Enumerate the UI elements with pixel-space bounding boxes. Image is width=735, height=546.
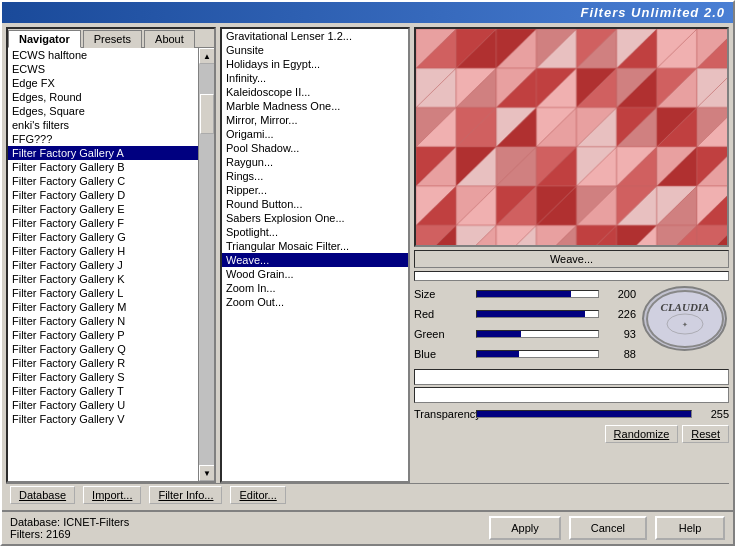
tabs-bar: Navigator Presets About bbox=[8, 29, 214, 48]
middle-panel: Gravitational Lenser 1.2... Gunsite Holi… bbox=[220, 27, 410, 483]
claudia-logo: CLAUDIA ✦ bbox=[642, 286, 727, 351]
sublist-item[interactable]: Gravitational Lenser 1.2... bbox=[222, 29, 408, 43]
list-item[interactable]: Filter Factory Gallery E bbox=[8, 202, 198, 216]
list-item[interactable]: Filter Factory Gallery M bbox=[8, 300, 198, 314]
list-container: ECWS halftone ECWS Edge FX Edges, Round … bbox=[8, 48, 214, 481]
list-item[interactable]: Filter Factory Gallery H bbox=[8, 244, 198, 258]
randomize-button[interactable]: Randomize bbox=[605, 425, 679, 443]
size-value: 200 bbox=[601, 288, 636, 300]
list-item[interactable]: Edge FX bbox=[8, 76, 198, 90]
list-item[interactable]: Filter Factory Gallery V bbox=[8, 412, 198, 426]
blue-track[interactable] bbox=[476, 350, 599, 358]
list-item[interactable]: ECWS halftone bbox=[8, 48, 198, 62]
tab-presets[interactable]: Presets bbox=[83, 30, 142, 48]
content-area: Navigator Presets About ECWS halftone EC… bbox=[2, 23, 733, 510]
sublist-item[interactable]: Sabers Explosion One... bbox=[222, 211, 408, 225]
sublist-item[interactable]: Marble Madness One... bbox=[222, 99, 408, 113]
svg-text:✦: ✦ bbox=[682, 321, 688, 328]
list-item-selected[interactable]: Filter Factory Gallery A bbox=[8, 146, 198, 160]
blue-value: 88 bbox=[601, 348, 636, 360]
sublist-item[interactable]: Infinity... bbox=[222, 71, 408, 85]
editor-button[interactable]: Editor... bbox=[230, 486, 285, 504]
list-item[interactable]: Filter Factory Gallery P bbox=[8, 328, 198, 342]
right-panel: Weave... Size 200 bbox=[414, 27, 729, 483]
red-track[interactable] bbox=[476, 310, 599, 318]
list-item[interactable]: enki's filters bbox=[8, 118, 198, 132]
list-item[interactable]: Filter Factory Gallery C bbox=[8, 174, 198, 188]
app-title: Filters Unlimited 2.0 bbox=[580, 5, 725, 20]
footer-info: Database: ICNET-Filters Filters: 2169 bbox=[10, 516, 481, 540]
tab-navigator[interactable]: Navigator bbox=[8, 30, 81, 48]
green-fill bbox=[477, 331, 521, 337]
sublist-item[interactable]: Holidays in Egypt... bbox=[222, 57, 408, 71]
database-button[interactable]: Database bbox=[10, 486, 75, 504]
scroll-track[interactable] bbox=[199, 64, 214, 465]
extra-slider-2[interactable] bbox=[414, 387, 729, 403]
red-fill bbox=[477, 311, 585, 317]
sublist-item-selected[interactable]: Weave... bbox=[222, 253, 408, 267]
blue-fill bbox=[477, 351, 519, 357]
filters-info: Filters: 2169 bbox=[10, 528, 481, 540]
list-item[interactable]: Filter Factory Gallery G bbox=[8, 230, 198, 244]
list-item[interactable]: Filter Factory Gallery S bbox=[8, 370, 198, 384]
footer: Database: ICNET-Filters Filters: 2169 Ap… bbox=[2, 510, 733, 544]
sublist-item[interactable]: Raygun... bbox=[222, 155, 408, 169]
sublist-item[interactable]: Spotlight... bbox=[222, 225, 408, 239]
sublist-item[interactable]: Round Button... bbox=[222, 197, 408, 211]
list-item[interactable]: Filter Factory Gallery R bbox=[8, 356, 198, 370]
apply-button[interactable]: Apply bbox=[489, 516, 561, 540]
list-item[interactable]: ECWS bbox=[8, 62, 198, 76]
list-item[interactable]: Edges, Square bbox=[8, 104, 198, 118]
green-slider-row: Green 93 bbox=[414, 324, 636, 344]
sublist-item[interactable]: Triangular Mosaic Filter... bbox=[222, 239, 408, 253]
import-button[interactable]: Import... bbox=[83, 486, 141, 504]
transparency-label: Transparency bbox=[414, 408, 474, 420]
filter-info-button[interactable]: Filter Info... bbox=[149, 486, 222, 504]
blue-label: Blue bbox=[414, 348, 474, 360]
sublist-item[interactable]: Kaleidoscope II... bbox=[222, 85, 408, 99]
list-item[interactable]: Filter Factory Gallery T bbox=[8, 384, 198, 398]
transparency-row: Transparency 255 bbox=[414, 408, 729, 420]
list-item[interactable]: Edges, Round bbox=[8, 90, 198, 104]
sublist-item[interactable]: Ripper... bbox=[222, 183, 408, 197]
sublist-item[interactable]: Rings... bbox=[222, 169, 408, 183]
reset-button[interactable]: Reset bbox=[682, 425, 729, 443]
green-track[interactable] bbox=[476, 330, 599, 338]
list-item[interactable]: Filter Factory Gallery B bbox=[8, 160, 198, 174]
scroll-down-btn[interactable]: ▼ bbox=[199, 465, 214, 481]
filter-name-bar: Weave... bbox=[414, 250, 729, 268]
sublist-item[interactable]: Gunsite bbox=[222, 43, 408, 57]
cancel-button[interactable]: Cancel bbox=[569, 516, 647, 540]
left-scrollbar[interactable]: ▲ ▼ bbox=[198, 48, 214, 481]
list-item[interactable]: Filter Factory Gallery D bbox=[8, 188, 198, 202]
transparency-value: 255 bbox=[694, 408, 729, 420]
bottom-toolbar: Database Import... Filter Info... Editor… bbox=[6, 483, 729, 506]
sublist-item[interactable]: Mirror, Mirror... bbox=[222, 113, 408, 127]
sublist-item[interactable]: Zoom Out... bbox=[222, 295, 408, 309]
progress-bar bbox=[414, 271, 729, 281]
scroll-up-btn[interactable]: ▲ bbox=[199, 48, 214, 64]
svg-point-0 bbox=[647, 291, 723, 347]
list-item[interactable]: FFG??? bbox=[8, 132, 198, 146]
list-item[interactable]: Filter Factory Gallery K bbox=[8, 272, 198, 286]
list-item[interactable]: Filter Factory Gallery U bbox=[8, 398, 198, 412]
tab-about[interactable]: About bbox=[144, 30, 195, 48]
help-button[interactable]: Help bbox=[655, 516, 725, 540]
list-item[interactable]: Filter Factory Gallery F bbox=[8, 216, 198, 230]
list-item[interactable]: Filter Factory Gallery L bbox=[8, 286, 198, 300]
sublist-item[interactable]: Origami... bbox=[222, 127, 408, 141]
filter-list: ECWS halftone ECWS Edge FX Edges, Round … bbox=[8, 48, 198, 481]
preview-canvas bbox=[416, 29, 727, 245]
extra-slider-1[interactable] bbox=[414, 369, 729, 385]
list-item[interactable]: Filter Factory Gallery N bbox=[8, 314, 198, 328]
scroll-thumb[interactable] bbox=[200, 94, 214, 134]
list-item[interactable]: Filter Factory Gallery J bbox=[8, 258, 198, 272]
filter-display-name: Weave... bbox=[550, 253, 593, 265]
sublist-item[interactable]: Pool Shadow... bbox=[222, 141, 408, 155]
size-track[interactable] bbox=[476, 290, 599, 298]
sublist-item[interactable]: Wood Grain... bbox=[222, 267, 408, 281]
sublist-item[interactable]: Zoom In... bbox=[222, 281, 408, 295]
transparency-track[interactable] bbox=[476, 410, 692, 418]
logo-svg: CLAUDIA ✦ bbox=[645, 289, 725, 349]
list-item[interactable]: Filter Factory Gallery Q bbox=[8, 342, 198, 356]
